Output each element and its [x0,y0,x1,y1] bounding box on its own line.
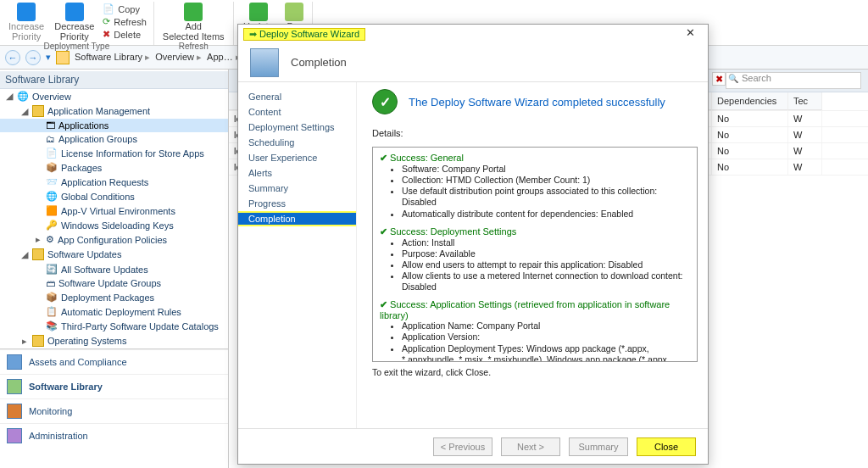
delete-icon: ✖ [103,29,110,40]
summary-button: Summary [569,437,628,456]
tree-software-updates[interactable]: ◢Software Updates [0,247,228,262]
wizard-title: Deploy Software Wizard [243,28,365,41]
arrow-down-icon [65,3,84,21]
tree-appcfg[interactable]: ▸⚙App Configuration Policies [0,232,228,247]
tree-tpsu[interactable]: 📚Third-Party Software Update Catalogs [0,319,228,333]
detail-item: Application Deployment Types: Windows ap… [402,343,690,363]
tree-sideload[interactable]: 🔑Windows Sideloading Keys [0,218,228,232]
tree-license[interactable]: 📄License Information for Store Apps [0,146,228,160]
tree-overview[interactable]: ◢🌐Overview [0,89,228,103]
tree-requests[interactable]: 📨Application Requests [0,175,228,189]
close-icon[interactable]: ✕ [677,25,703,42]
library-icon [7,379,22,394]
detail-item: Purpose: Available [402,248,690,259]
col-dependencies[interactable]: Dependencies [712,92,788,110]
wizard-step[interactable]: Deployment Settings [238,120,356,135]
refresh-icon [249,3,268,21]
wizard-header: Completion [291,56,347,69]
copy-button[interactable]: 📄Copy [99,3,150,15]
wizard-headline: The Deploy Software Wizard completed suc… [409,96,665,109]
ws-monitor[interactable]: Monitoring [0,398,228,423]
detail-item: Automatically distribute content for dep… [402,209,690,220]
details-label: Details: [372,128,698,138]
detail-item: Allow end users to attempt to repair thi… [402,259,690,270]
assets-icon [7,354,22,370]
tree-allsu[interactable]: 🔄All Software Updates [0,262,228,276]
wizard-step[interactable]: Alerts [238,165,356,181]
dropdown-icon[interactable]: ▾ [46,52,51,63]
tree-os[interactable]: ▸Operating Systems [0,333,228,348]
admin-icon [7,428,22,443]
folder-icon [56,51,70,64]
wizard-icon [250,48,279,77]
clear-icon[interactable]: ✖ [712,72,726,86]
wizard-step[interactable]: Content [238,104,356,120]
wizard-step[interactable]: Progress [238,196,356,211]
back-icon[interactable]: ← [5,50,20,65]
wizard-steps: GeneralContentDeployment SettingsSchedul… [238,82,357,428]
detail-item: Use default distribution point groups as… [402,186,690,208]
tree-adr[interactable]: 📋Automatic Deployment Rules [0,304,228,319]
crumb[interactable]: Overview [155,52,202,63]
detail-item: Application Version: [402,332,690,343]
details-box[interactable]: Success: GeneralSoftware: Company Portal… [372,147,698,362]
arrow-up-icon [17,3,36,21]
deploy-software-wizard: Deploy Software Wizard ✕ Completion Gene… [237,24,709,465]
exit-message: To exit the wizard, click Close. [372,367,698,377]
detail-section-head: Success: Deployment Settings [380,226,690,237]
tree-global[interactable]: 🌐Global Conditions [0,189,228,203]
refresh-button[interactable]: ⟳Refresh [99,15,150,28]
tree-applications[interactable]: 🗔Applications [0,119,228,132]
group-label: Refresh [179,42,209,52]
tree-app-groups[interactable]: 🗂Application Groups [0,132,228,146]
success-icon: ✓ [372,89,398,114]
nav-tree: Software Library ◢🌐Overview ◢Application… [0,70,229,468]
detail-item: Software: Company Portal [402,164,690,175]
tree-packages[interactable]: 📦Packages [0,160,228,175]
close-button[interactable]: Close [637,437,696,456]
ws-swlib[interactable]: Software Library [0,374,228,398]
next-button: Next > [501,437,560,456]
tree-app-management[interactable]: ◢Application Management [0,103,228,119]
refresh-icon: ⟳ [103,16,110,27]
wizard-step[interactable]: User Experience [238,150,356,165]
app-icon: 🗔 [46,120,55,131]
col-tech[interactable]: Tec [788,92,822,110]
tree-appv[interactable]: 🟧App-V Virtual Environments [0,203,228,218]
forward-icon[interactable]: → [25,50,41,65]
crumb[interactable]: Software Library [75,52,150,63]
wizard-step[interactable]: Scheduling [238,135,356,150]
wizard-step[interactable]: Completion [238,211,356,226]
crumb[interactable]: App… [207,52,241,63]
tree-header: Software Library [0,71,228,89]
delete-button[interactable]: ✖Delete [99,28,150,41]
detail-section-head: Success: General [380,153,690,164]
decrease-priority-button[interactable]: Decrease Priority [49,2,99,42]
increase-priority-button[interactable]: Increase Priority [3,2,49,42]
ws-admin[interactable]: Administration [0,423,228,448]
detail-item: Action: Install [402,237,690,248]
wizard-step[interactable]: General [238,89,356,104]
package-icon [285,3,303,21]
add-selected-button[interactable]: Add Selected Items [158,2,230,42]
detail-item: Application Name: Company Portal [402,320,690,332]
tree-dp[interactable]: 📦Deployment Packages [0,290,228,304]
workspace-switcher: Assets and Compliance Software Library M… [0,348,228,448]
detail-item: Collection: HTMD Collection (Member Coun… [402,175,690,186]
search-input[interactable]: Search [726,72,861,89]
wizard-step[interactable]: Summary [238,181,356,196]
detail-item: Allow clients to use a metered Internet … [402,270,690,292]
prev-button: < Previous [433,437,492,456]
plus-icon [184,3,203,21]
group-label: Deployment Type [44,42,110,52]
ws-assets[interactable]: Assets and Compliance [0,349,228,374]
monitor-icon [7,404,22,419]
copy-icon: 📄 [103,3,114,14]
detail-section-head: Success: Application Settings (retrieved… [380,299,690,320]
tree-sug[interactable]: 🗃Software Update Groups [0,276,228,290]
